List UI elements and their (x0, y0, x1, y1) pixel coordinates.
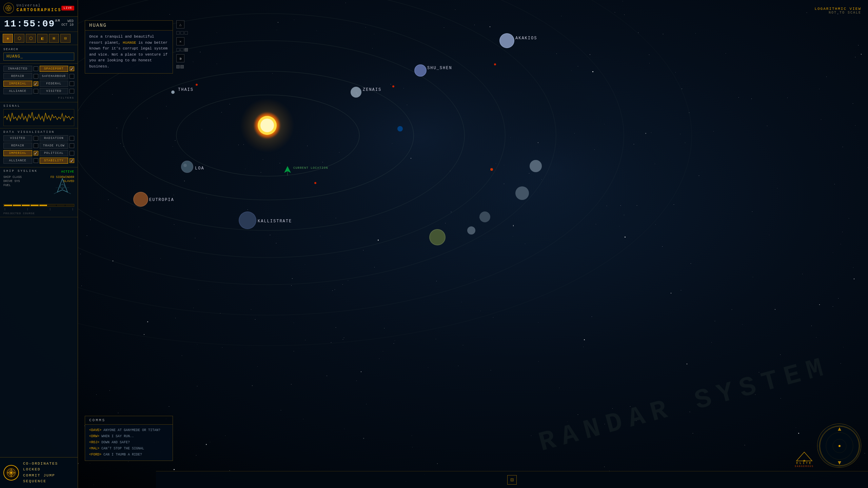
datavis-stability[interactable]: STABILITY (40, 158, 68, 164)
comms-panel: COMMS <DAVE> ANYONE AT GANYMEDE OR TITAN… (85, 416, 173, 461)
datavis-repair[interactable]: REPAIR (3, 143, 32, 149)
datavis-repair-check[interactable] (34, 143, 38, 148)
datavis-alliance-check[interactable] (34, 158, 38, 163)
svg-point-32 (499, 33, 514, 48)
svg-text:THAIS: THAIS (178, 87, 194, 92)
planet-desc-highlight: HUANGE (123, 41, 136, 45)
datavis-tradeflow-check[interactable] (70, 143, 74, 148)
icon-btn-4[interactable]: ◧ (37, 34, 47, 43)
datavis-row-1: VISITED RADIATION (3, 135, 74, 141)
filter-visited-check[interactable] (70, 89, 74, 94)
filter-repair-check[interactable] (34, 74, 38, 79)
datavis-radiation[interactable]: RADIATION (40, 135, 68, 141)
svg-point-20 (182, 161, 193, 172)
icon-btn-3[interactable]: ⬡ (26, 34, 36, 43)
datavis-stability-check[interactable]: ✓ (70, 158, 74, 163)
clock-day: WED (61, 19, 74, 23)
filter-spaceport-check[interactable]: ✓ (70, 66, 74, 71)
search-section: SEARCH (0, 45, 78, 64)
comms-label: COMMS (85, 416, 173, 425)
svg-point-43 (494, 63, 496, 65)
fuel-bar (3, 204, 74, 207)
svg-point-19 (181, 161, 193, 173)
bottom-navigation-bar: ⊡ (156, 471, 868, 488)
ship-header: SHIP SYSLINK ACTIVE (3, 169, 74, 174)
datavis-visited-check[interactable] (34, 136, 38, 141)
bottom-nav-icon[interactable]: ⊡ (507, 475, 517, 485)
filter-imperial[interactable]: IMPERIAL (3, 81, 32, 87)
svg-point-1 (417, 85, 688, 254)
filter-inhabited-check[interactable] (34, 66, 38, 71)
clock-date: OCT 10 (61, 23, 74, 27)
orbital-lines: ZENAIS THAIS LOA EUTROPIA KALLISTRATE SH… (78, 0, 868, 488)
ship-class-label: SHIP CLASS (3, 176, 22, 179)
svg-point-56 (839, 445, 841, 447)
log-view-label: LOGARITHMIC VIEW (814, 7, 861, 11)
svg-point-23 (133, 192, 148, 207)
filter-repair[interactable]: REPAIR (3, 73, 32, 79)
fuel-seg-5 (39, 205, 47, 206)
datavis-tradeflow[interactable]: TRADE FLOW (40, 143, 68, 149)
svg-point-29 (414, 64, 427, 77)
svg-text:AKAKIOS: AKAKIOS (515, 36, 537, 41)
datavis-radiation-check[interactable] (70, 136, 74, 141)
icon-btn-1[interactable]: ◈ (3, 34, 13, 43)
ship-label: SHIP SYSLINK (3, 169, 38, 173)
fuel-seg-2 (13, 205, 21, 206)
search-input[interactable] (3, 53, 74, 61)
filter-federal[interactable]: FEDERAL (40, 81, 68, 87)
datavis-alliance[interactable]: ALLIANCE (3, 158, 32, 164)
filter-safeharbour-check[interactable] (70, 74, 74, 79)
filter-safeharbour[interactable]: SAFEHARBOUR (40, 73, 68, 79)
svg-point-39 (429, 229, 446, 245)
svg-point-0 (214, 17, 620, 254)
filter-visited[interactable]: VISITED (40, 88, 68, 94)
svg-point-30 (415, 65, 426, 76)
comms-message: <MAL> CAN'T STOP THE SIGNAL (89, 446, 169, 452)
comms-messages: <DAVE> ANYONE AT GANYMEDE OR TITAN?<DRW>… (85, 425, 173, 461)
datavis-imperial[interactable]: IMPERIAL (3, 150, 32, 156)
icon-btn-5[interactable]: ⊞ (49, 34, 59, 43)
icon-btn-6[interactable]: ⊟ (60, 34, 71, 43)
nav-icon-half[interactable]: ◑ (176, 54, 184, 62)
svg-point-35 (530, 160, 542, 172)
filter-alliance-check[interactable] (34, 89, 38, 94)
jump-section[interactable]: CO-ORDINATES LOCKED COMMIT JUMP SEQUENCE (0, 457, 78, 488)
nav-icon-x[interactable]: ✕ (176, 37, 184, 45)
filter-inhabited[interactable]: INHABITED (3, 66, 32, 72)
fuel-seg-7 (57, 205, 65, 206)
svg-point-13 (351, 87, 361, 98)
datavis-imperial-check[interactable]: ✓ (34, 151, 38, 156)
app-top-label: Universal (17, 4, 62, 8)
projected-course-label: PROJECTED COURSE (3, 212, 74, 215)
fuel-seg-3 (22, 205, 30, 206)
jump-icon (3, 465, 19, 481)
datavis-political[interactable]: POLITICAL (40, 150, 68, 156)
fuel-seg-6 (48, 205, 56, 206)
icon-btn-2[interactable]: ⬡ (14, 34, 24, 43)
datavis-visited[interactable]: VISITED (3, 135, 32, 141)
icon-row: ◈ ⬡ ⬡ ◧ ⊞ ⊟ (0, 32, 78, 45)
filter-alliance[interactable]: ALLIANCE (3, 88, 32, 94)
ship-fuel-label: FUEL (3, 184, 11, 187)
comms-message: <DRW> WHEN I SAY RUN.. (89, 433, 169, 440)
filter-federal-check[interactable] (70, 81, 74, 86)
datavis-political-check[interactable] (70, 151, 74, 156)
star-map[interactable]: ZENAIS THAIS LOA EUTROPIA KALLISTRATE SH… (78, 0, 868, 488)
minimap[interactable] (817, 424, 861, 468)
filter-row-3: IMPERIAL ✓ FEDERAL (3, 81, 74, 87)
fuel-bar-container: | | | | (3, 204, 74, 210)
planet-info-title: HUANG (85, 21, 173, 30)
filter-spaceport[interactable]: SPACEPORT (40, 66, 68, 72)
elite-badge: ELITE DANGEROUS (795, 451, 814, 468)
nav-icon-up[interactable]: △ (176, 20, 184, 28)
svg-line-69 (67, 192, 71, 194)
svg-point-10 (254, 112, 281, 139)
jump-text: CO-ORDINATES LOCKED COMMIT JUMP SEQUENCE (23, 461, 74, 485)
svg-point-17 (171, 90, 175, 94)
svg-text:LOA: LOA (195, 166, 204, 171)
filter-imperial-check[interactable]: ✓ (34, 81, 38, 86)
svg-point-21 (183, 164, 187, 167)
planet-info-panel: HUANG Once a tranquil and beautiful reso… (85, 20, 173, 74)
svg-point-9 (240, 98, 294, 152)
